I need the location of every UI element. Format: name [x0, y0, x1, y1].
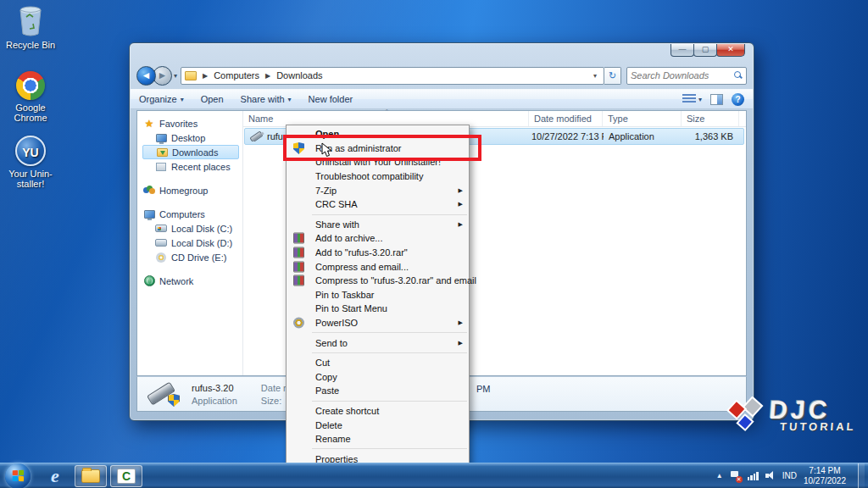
menu-item-create-shortcut[interactable]: Create shortcut — [287, 404, 469, 419]
menu-item-delete[interactable]: Delete — [287, 418, 469, 432]
breadcrumb-arrow-icon: ▶ — [198, 72, 212, 80]
folder-icon — [185, 71, 197, 80]
organize-button[interactable]: Organize — [131, 90, 192, 108]
menu-item-send-to[interactable]: Send to — [287, 336, 469, 350]
menu-item-rename[interactable]: Rename — [287, 432, 469, 446]
menu-item-7-zip[interactable]: 7-Zip — [287, 183, 469, 197]
back-button[interactable]: ◄ — [136, 66, 156, 86]
disk-d-icon — [155, 239, 167, 247]
menu-item-add-to-archive[interactable]: Add to archive... — [287, 231, 469, 246]
sidebar-group-computers[interactable]: Computers — [142, 207, 242, 221]
favorites-star-icon: ★ — [145, 118, 154, 130]
menu-item-crc-sha[interactable]: CRC SHA — [287, 197, 469, 212]
winrar-icon — [293, 261, 304, 272]
views-icon — [682, 94, 696, 104]
menu-item-pin-to-taskbar[interactable]: Pin to Taskbar — [287, 288, 469, 302]
new-folder-button[interactable]: New folder — [300, 90, 362, 108]
menu-item-copy[interactable]: Copy — [287, 370, 469, 385]
clock-date: 10/27/2022 — [804, 476, 846, 486]
file-size: 1,363 KB — [682, 131, 738, 141]
c-app-icon: C — [117, 469, 136, 484]
refresh-button[interactable]: ↻ — [604, 67, 621, 85]
address-row: ◄ ► ▾ ▶ Computers ▶ Downloads ▾ ↻ — [136, 65, 747, 86]
sidebar-group-homegroup[interactable]: Homegroup — [142, 183, 242, 197]
navigation-pane: ★ Favorites Desktop Downloads Recent pla… — [137, 111, 242, 375]
winrar-icon — [293, 233, 304, 244]
preview-pane-button[interactable] — [710, 94, 723, 105]
menu-item-cut[interactable]: Cut — [287, 356, 469, 370]
action-center-icon[interactable] — [730, 471, 741, 481]
start-button[interactable] — [5, 463, 31, 488]
file-type: Application — [604, 131, 682, 141]
search-icon — [734, 71, 743, 80]
file-date: 10/27/2022 7:13 PM — [530, 131, 604, 141]
network-signal-icon[interactable] — [748, 471, 759, 480]
column-header-date-modified[interactable]: Date modified — [529, 111, 603, 126]
sidebar-group-network[interactable]: Network — [142, 274, 242, 288]
homegroup-icon — [143, 186, 155, 195]
disk-c-icon — [155, 225, 167, 232]
desktop-icon-google-chrome[interactable]: Google Chrome — [0, 71, 61, 123]
maximize-button[interactable]: ▢ — [693, 44, 717, 57]
sidebar-item-cd-drive-e[interactable]: CD Drive (E:) — [142, 250, 242, 264]
windows-flag-icon — [13, 470, 24, 482]
recent-places-icon — [156, 163, 166, 171]
menu-separator — [312, 352, 467, 353]
search-input[interactable] — [631, 70, 734, 80]
address-bar[interactable]: ▶ Computers ▶ Downloads ▾ — [181, 67, 604, 85]
menu-item-add-to-rufus-rar[interactable]: Add to "rufus-3.20.rar" — [287, 246, 469, 260]
desktop-icon-label: Google Chrome — [0, 103, 61, 123]
downloads-folder-icon — [157, 148, 168, 157]
breadcrumb-computers[interactable]: Computers — [212, 70, 261, 80]
help-button[interactable]: ? — [732, 93, 744, 106]
close-button[interactable]: ✕ — [716, 44, 745, 57]
share-with-button[interactable]: Share with — [232, 90, 300, 108]
menu-item-compress-and-email[interactable]: Compress and email... — [287, 259, 469, 274]
taskbar-clock[interactable]: 7:14 PM 10/27/2022 — [804, 466, 851, 486]
search-box[interactable] — [626, 67, 747, 85]
menu-item-pin-to-start-menu[interactable]: Pin to Start Menu — [287, 302, 469, 316]
mouse-cursor — [321, 142, 333, 158]
change-view-button[interactable] — [682, 94, 702, 104]
desktop-monitor-icon — [156, 134, 167, 142]
chrome-icon — [16, 71, 45, 100]
show-desktop-button[interactable] — [858, 463, 865, 488]
open-button[interactable]: Open — [192, 90, 232, 108]
sidebar-item-downloads[interactable]: Downloads — [142, 145, 239, 159]
minimize-button[interactable]: — — [670, 44, 694, 57]
sidebar-item-local-disk-d[interactable]: Local Disk (D:) — [142, 236, 242, 250]
menu-separator — [312, 214, 467, 215]
menu-item-share-with[interactable]: Share with — [287, 218, 469, 232]
desktop-icon-recycle-bin[interactable]: Recycle Bin — [0, 5, 61, 50]
sidebar-item-recent-places[interactable]: Recent places — [142, 159, 242, 174]
menu-item-paste[interactable]: Paste — [287, 384, 469, 398]
your-uninstaller-icon: YU — [15, 136, 46, 166]
uac-shield-icon — [168, 394, 180, 407]
nav-history-dropdown-icon[interactable]: ▾ — [174, 72, 177, 80]
sidebar-group-favorites[interactable]: ★ Favorites — [142, 116, 242, 130]
address-dropdown-icon[interactable]: ▾ — [590, 72, 600, 80]
column-header-size[interactable]: Size — [682, 111, 739, 126]
window-controls: — ▢ ✕ — [671, 44, 745, 57]
cd-drive-icon — [156, 252, 166, 263]
sidebar-item-desktop[interactable]: Desktop — [142, 130, 242, 145]
taskbar-c-app[interactable]: C — [110, 465, 142, 487]
recycle-bin-icon — [16, 5, 45, 37]
taskbar: e C ▲ IND 7:14 PM 10/27/2022 — [0, 463, 868, 488]
volume-icon[interactable] — [765, 471, 776, 480]
show-hidden-icons-button[interactable]: ▲ — [716, 472, 723, 480]
explorer-folder-icon — [81, 469, 100, 483]
menu-item-compress-to-rufus-rar-and-email[interactable]: Compress to "rufus-3.20.rar" and email — [287, 274, 469, 288]
sidebar-item-local-disk-c[interactable]: Local Disk (C:) — [142, 221, 242, 236]
menu-item-troubleshoot-compatibility[interactable]: Troubleshoot compatibility — [287, 169, 469, 184]
desktop-icon-your-uninstaller[interactable]: YU Your Unin-staller! — [0, 136, 61, 189]
taskbar-windows-explorer[interactable] — [75, 465, 107, 487]
language-indicator[interactable]: IND — [782, 471, 797, 480]
menu-item-poweriso[interactable]: PowerISO — [287, 316, 469, 330]
column-header-type[interactable]: Type — [603, 111, 682, 126]
context-menu: Open Run as administrator Uninstall with… — [286, 125, 470, 469]
taskbar-internet-explorer[interactable]: e — [39, 465, 71, 487]
desktop-icon-label: Your Unin-staller! — [0, 169, 61, 189]
breadcrumb-downloads[interactable]: Downloads — [275, 70, 324, 80]
sort-indicator-icon: ⌃ — [384, 108, 390, 116]
